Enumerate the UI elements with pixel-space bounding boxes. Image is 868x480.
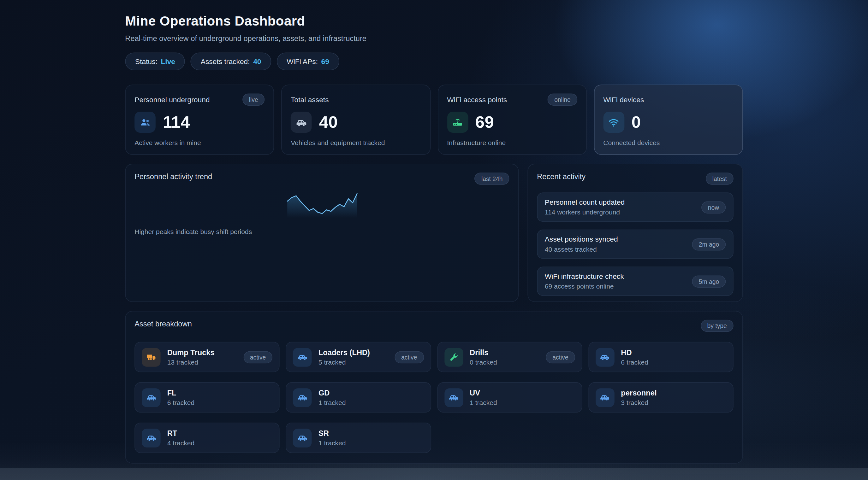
- stat-title: Total assets: [291, 96, 329, 104]
- router-icon: [447, 112, 468, 133]
- asset-tile-fl: FL 6 tracked: [134, 382, 280, 412]
- asset-name: SR: [318, 429, 346, 437]
- stat-subtitle: Connected devices: [603, 139, 734, 147]
- stat-subtitle: Infrastructure online: [447, 139, 577, 147]
- activity-item-subtitle: 40 assets tracked: [545, 246, 618, 253]
- active-badge: active: [395, 351, 424, 363]
- activity-time-badge: 5m ago: [692, 275, 726, 287]
- activity-time-badge: now: [701, 201, 726, 213]
- stat-subtitle: Vehicles and equipment tracked: [291, 139, 421, 147]
- asset-grid: Dump Trucks 13 tracked active Loaders (L…: [134, 342, 734, 453]
- recent-activity-card: Recent activity latest Personnel count u…: [527, 164, 743, 302]
- trend-title: Personnel activity trend: [134, 172, 212, 181]
- stat-card-wifi-access-points: WiFi access points online 69 Infrastruct…: [437, 84, 586, 155]
- pill-assets-value: 40: [253, 58, 261, 66]
- asset-count: 6 tracked: [167, 399, 195, 407]
- stat-title: WiFi access points: [447, 96, 507, 104]
- pill-status-label: Status:: [135, 58, 157, 66]
- asset-name: GD: [318, 388, 346, 397]
- vehicle-icon: [293, 347, 312, 367]
- asset-count: 1 tracked: [318, 399, 346, 407]
- activity-item-title: WiFi infrastructure check: [545, 272, 624, 280]
- activity-item: Personnel count updated 114 workers unde…: [537, 193, 734, 222]
- activity-item: Asset positions synced 40 assets tracked…: [537, 230, 734, 259]
- live-badge: live: [242, 93, 265, 106]
- activity-item-subtitle: 114 workers underground: [545, 208, 625, 216]
- trend-chart-area: [134, 192, 509, 219]
- asset-count: 13 tracked: [167, 358, 215, 366]
- stat-card-total-assets: Total assets 40 Vehicles and equipment t…: [281, 84, 430, 155]
- time-window-badge: last 24h: [475, 172, 509, 185]
- asset-name: Drills: [470, 348, 497, 356]
- asset-count: 5 tracked: [318, 358, 370, 366]
- middle-row: Personnel activity trend last 24h: [125, 164, 743, 302]
- activity-item-title: Asset positions synced: [545, 235, 618, 243]
- asset-tile-rt: RT 4 tracked: [134, 422, 280, 453]
- pill-status-value: Live: [161, 58, 175, 66]
- activity-list: Personnel count updated 114 workers unde…: [537, 193, 734, 296]
- by-type-badge: by type: [701, 320, 734, 332]
- online-badge: online: [548, 93, 577, 106]
- stat-cards-row: Personnel underground live 114 Active wo…: [125, 84, 743, 155]
- dashboard-viewport: Mine Operations Dashboard Real-time over…: [0, 0, 868, 480]
- asset-count: 1 tracked: [470, 399, 497, 407]
- trend-chart: [285, 192, 359, 219]
- vehicle-icon: [596, 388, 615, 407]
- page-title: Mine Operations Dashboard: [125, 13, 743, 29]
- active-badge: active: [546, 351, 575, 363]
- asset-tile-loaders-lhd: Loaders (LHD) 5 tracked active: [286, 342, 431, 372]
- asset-name: RT: [167, 429, 195, 437]
- asset-name: UV: [470, 388, 497, 397]
- latest-badge: latest: [706, 172, 734, 185]
- stat-card-personnel-underground: Personnel underground live 114 Active wo…: [125, 84, 274, 155]
- asset-tile-uv: UV 1 tracked: [437, 382, 582, 412]
- asset-name: Dump Trucks: [167, 348, 215, 356]
- stat-value: 0: [631, 113, 641, 132]
- pill-assets-tracked: Assets tracked: 40: [191, 53, 271, 70]
- asset-count: 6 tracked: [621, 358, 648, 366]
- asset-name: FL: [167, 388, 195, 397]
- status-pills: Status: Live Assets tracked: 40 WiFi APs…: [125, 53, 743, 70]
- truck-icon: [142, 347, 161, 367]
- stat-value: 114: [163, 113, 190, 132]
- vehicle-icon: [293, 388, 312, 407]
- vehicle-icon: [596, 347, 615, 367]
- asset-breakdown-title: Asset breakdown: [134, 320, 192, 328]
- activity-time-badge: 2m ago: [692, 238, 726, 250]
- stat-card-wifi-devices: WiFi devices 0 Connected devices: [594, 84, 743, 155]
- stat-title: WiFi devices: [603, 96, 644, 104]
- asset-name: personnel: [621, 388, 656, 397]
- asset-tile-hd: HD 6 tracked: [588, 342, 734, 372]
- asset-tile-sr: SR 1 tracked: [286, 422, 431, 453]
- asset-count: 0 tracked: [470, 358, 497, 366]
- asset-count: 4 tracked: [167, 439, 195, 447]
- personnel-activity-trend-card: Personnel activity trend last 24h: [125, 164, 519, 302]
- active-badge: active: [243, 351, 273, 363]
- asset-tile-personnel: personnel 3 tracked: [588, 382, 734, 412]
- stat-subtitle: Active workers in mine: [134, 139, 265, 147]
- activity-item-title: Personnel count updated: [545, 198, 625, 206]
- page-subtitle: Real-time overview of underground operat…: [125, 34, 743, 42]
- asset-count: 3 tracked: [621, 399, 656, 407]
- pill-status: Status: Live: [125, 53, 185, 70]
- asset-breakdown-card: Asset breakdown by type Dump Trucks 13 t…: [125, 311, 743, 464]
- pill-wifi-value: 69: [321, 58, 329, 66]
- vehicle-icon: [291, 112, 312, 133]
- pill-wifi-label: WiFi APs:: [287, 58, 318, 66]
- activity-item-subtitle: 69 access points online: [545, 282, 624, 290]
- vehicle-icon: [293, 428, 312, 447]
- recent-activity-title: Recent activity: [537, 172, 586, 181]
- wrench-icon: [444, 347, 463, 367]
- activity-item: WiFi infrastructure check 69 access poin…: [537, 267, 734, 296]
- trend-caption: Higher peaks indicate busy shift periods: [134, 228, 509, 236]
- asset-name: Loaders (LHD): [318, 348, 370, 356]
- pill-wifi-aps: WiFi APs: 69: [277, 53, 339, 70]
- dashboard-container: Mine Operations Dashboard Real-time over…: [125, 0, 743, 464]
- stat-value: 40: [319, 113, 338, 132]
- users-icon: [134, 112, 156, 133]
- asset-tile-dump-trucks: Dump Trucks 13 tracked active: [134, 342, 280, 372]
- pill-assets-label: Assets tracked:: [201, 58, 250, 66]
- asset-name: HD: [621, 348, 648, 356]
- stat-value: 69: [475, 113, 494, 132]
- vehicle-icon: [444, 388, 463, 407]
